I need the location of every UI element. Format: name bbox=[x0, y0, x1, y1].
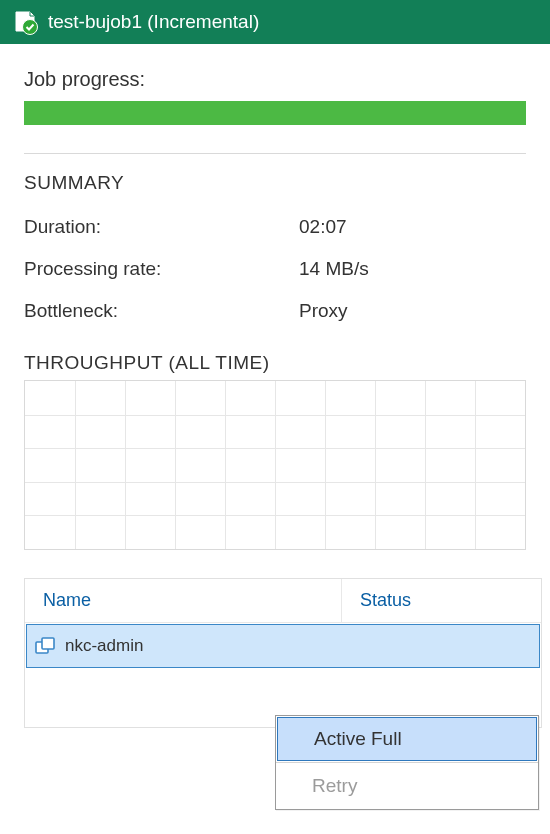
summary-value: 02:07 bbox=[299, 216, 347, 238]
summary-label: Processing rate: bbox=[24, 258, 299, 280]
summary-row-duration: Duration: 02:07 bbox=[24, 216, 526, 238]
job-progress-label: Job progress: bbox=[24, 68, 526, 91]
context-menu: Active Full Retry bbox=[275, 715, 539, 810]
summary-row-bottleneck: Bottleneck: Proxy bbox=[24, 300, 526, 322]
vm-icon bbox=[35, 636, 57, 656]
vm-name: nkc-admin bbox=[65, 636, 143, 656]
window-title: test-bujob1 (Incremental) bbox=[48, 11, 259, 33]
table-header: Name Status bbox=[25, 579, 541, 623]
menu-item-retry: Retry bbox=[276, 763, 538, 809]
menu-item-active-full[interactable]: Active Full bbox=[277, 717, 537, 761]
table-row[interactable]: nkc-admin bbox=[26, 624, 540, 668]
column-header-name[interactable]: Name bbox=[25, 590, 341, 611]
summary-value: Proxy bbox=[299, 300, 348, 322]
divider bbox=[24, 153, 526, 154]
svg-rect-2 bbox=[42, 638, 54, 649]
content-area: Job progress: SUMMARY Duration: 02:07 Pr… bbox=[0, 44, 550, 550]
cell-name: nkc-admin bbox=[27, 636, 339, 656]
column-header-status[interactable]: Status bbox=[341, 579, 541, 622]
summary-heading: SUMMARY bbox=[24, 172, 526, 194]
vm-table: Name Status nkc-admin bbox=[24, 578, 542, 728]
job-progress-bar bbox=[24, 101, 526, 125]
job-success-icon bbox=[12, 9, 38, 35]
throughput-chart bbox=[24, 380, 526, 550]
titlebar[interactable]: test-bujob1 (Incremental) bbox=[0, 0, 550, 44]
summary-label: Duration: bbox=[24, 216, 299, 238]
summary-value: 14 MB/s bbox=[299, 258, 369, 280]
throughput-heading: THROUGHPUT (ALL TIME) bbox=[24, 352, 526, 374]
summary-label: Bottleneck: bbox=[24, 300, 299, 322]
summary-row-processing-rate: Processing rate: 14 MB/s bbox=[24, 258, 526, 280]
